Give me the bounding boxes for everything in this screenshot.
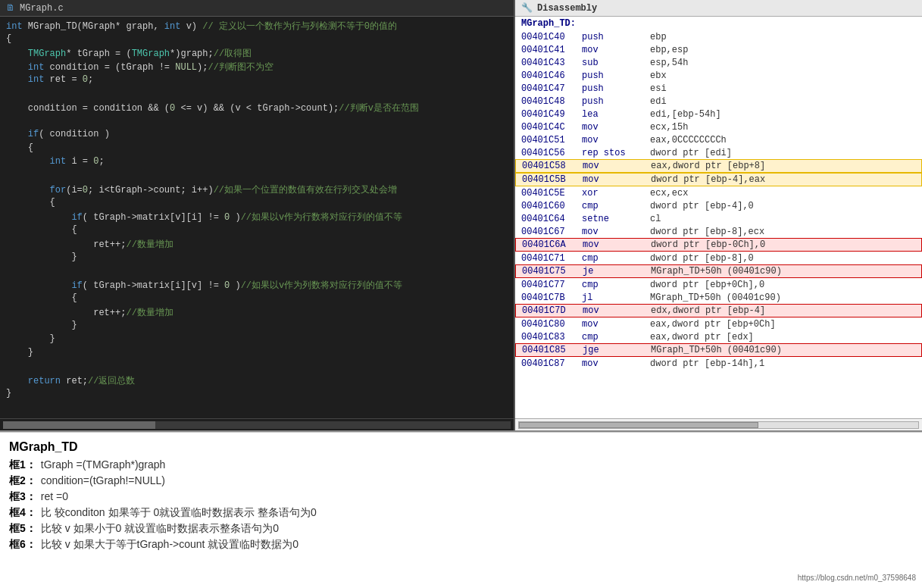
- annotation-label-5: 框5：: [9, 522, 36, 536]
- code-line: }: [0, 347, 514, 361]
- disasm-row: 00401C40 push ebp: [515, 30, 922, 43]
- disasm-row: 00401C51 mov eax,0CCCCCCCCh: [515, 133, 922, 146]
- disasm-row: 00401C48 push edi: [515, 95, 922, 108]
- code-line: for(i=0; i<tGraph->count; i++)//如果一个位置的数…: [0, 183, 514, 197]
- code-line: }: [0, 333, 514, 347]
- code-line: {: [0, 33, 514, 47]
- annotation-item-3: 框3： ret =0: [9, 490, 913, 504]
- disasm-row-highlighted-yellow: 00401C58 mov eax,dword ptr [ebp+8]: [515, 159, 922, 173]
- code-line: {: [0, 224, 514, 238]
- disasm-row-highlighted-red: 00401C7D mov edx,dword ptr [ebp-4]: [515, 304, 922, 317]
- top-panel: 🗎 MGraph.c int MGraph_TD(MGraph* graph, …: [0, 0, 922, 432]
- annotation-label-2: 框2：: [9, 474, 36, 488]
- code-line: [0, 265, 514, 279]
- code-line: return ret;//返回总数: [0, 374, 514, 388]
- code-line: }: [0, 252, 514, 265]
- disasm-row: 00401C49 lea edi,[ebp-54h]: [515, 108, 922, 120]
- code-line: [0, 88, 514, 102]
- annotation-item-5: 框5： 比较 v 如果小于0 就设置临时数据表示整条语句为0: [9, 522, 913, 536]
- code-line: [0, 361, 514, 374]
- code-line: [0, 115, 514, 129]
- disasm-row: 00401C60 cmp dword ptr [ebp-4],0: [515, 199, 922, 212]
- code-panel-header: 🗎 MGraph.c: [0, 0, 514, 17]
- annotation-text-2: condition=(tGraph!=NULL): [41, 474, 165, 486]
- watermark: https://blog.csdn.net/m0_37598648: [798, 574, 916, 582]
- disasm-row: 00401C43 sub esp,54h: [515, 56, 922, 69]
- annotation-label-4: 框4：: [9, 506, 36, 520]
- disasm-panel: 🔧 Disassembly MGraph_TD: 00401C40 push e…: [515, 0, 922, 430]
- code-line: int i = 0;: [0, 156, 514, 170]
- annotation-text-3: ret =0: [41, 490, 68, 502]
- code-line: ret++;//数量增加: [0, 238, 514, 252]
- code-panel-title: MGraph.c: [20, 3, 64, 14]
- annotation-label-1: 框1：: [9, 458, 36, 472]
- code-line: int MGraph_TD(MGraph* graph, int v) // 定…: [0, 20, 514, 33]
- disasm-row: 00401C41 mov ebp,esp: [515, 43, 922, 56]
- code-line: TMGraph* tGraph = (TMGraph*)graph;//取得图: [0, 47, 514, 61]
- annotation-title: MGraph_TD: [9, 440, 913, 454]
- code-scrollbar-thumb: [3, 421, 155, 429]
- code-content[interactable]: int MGraph_TD(MGraph* graph, int v) // 定…: [0, 17, 514, 418]
- annotation-text-5: 比较 v 如果小于0 就设置临时数据表示整条语句为0: [41, 522, 279, 536]
- main-container: 🗎 MGraph.c int MGraph_TD(MGraph* graph, …: [0, 0, 922, 588]
- code-line: if( tGraph->matrix[v][i] != 0 )//如果以v作为行…: [0, 211, 514, 224]
- disasm-header: 🔧 Disassembly: [515, 0, 922, 17]
- disasm-row: 00401C80 mov eax,dword ptr [ebp+0Ch]: [515, 317, 922, 330]
- disasm-scrollbar[interactable]: [515, 418, 922, 430]
- annotation-item-1: 框1： tGraph =(TMGraph*)graph: [9, 458, 913, 472]
- code-line: {: [0, 197, 514, 211]
- code-line: int ret = 0;: [0, 74, 514, 88]
- code-line: ret++;//数量增加: [0, 306, 514, 320]
- annotation-panel: MGraph_TD 框1： tGraph =(TMGraph*)graph 框2…: [0, 432, 922, 588]
- annotation-text-1: tGraph =(TMGraph*)graph: [41, 458, 166, 471]
- disasm-scrollbar-track: [518, 421, 919, 429]
- disasm-row-highlighted-red: 00401C6A mov dword ptr [ebp-0Ch],0: [515, 238, 922, 252]
- disasm-row: 00401C67 mov dword ptr [ebp-8],ecx: [515, 225, 922, 238]
- disasm-row: 00401C46 push ebx: [515, 69, 922, 82]
- annotation-text-6: 比较 v 如果大于等于tGraph->count 就设置临时数据为0: [41, 538, 298, 552]
- annotation-text-4: 比 较conditon 如果等于 0就设置临时数据表示 整条语句为0: [41, 506, 317, 520]
- disasm-content[interactable]: MGraph_TD: 00401C40 push ebp 00401C41 mo…: [515, 17, 922, 418]
- code-panel: 🗎 MGraph.c int MGraph_TD(MGraph* graph, …: [0, 0, 515, 430]
- code-line: }: [0, 388, 514, 402]
- disasm-row: 00401C64 setne cl: [515, 212, 922, 225]
- code-line: int condition = (tGraph != NULL);//判断图不为…: [0, 61, 514, 74]
- disasm-row: 00401C87 mov dword ptr [ebp-14h],1: [515, 357, 922, 370]
- disasm-row: 00401C77 cmp dword ptr [ebp+0Ch],0: [515, 278, 922, 291]
- disasm-row: 00401C71 cmp dword ptr [ebp-8],0: [515, 252, 922, 264]
- disasm-row: 00401C5E xor ecx,ecx: [515, 186, 922, 199]
- code-line: condition = condition && (0 <= v) && (v …: [0, 102, 514, 115]
- disasm-row: 00401C7B jl MGraph_TD+50h (00401c90): [515, 291, 922, 304]
- disasm-row: 00401C83 cmp eax,dword ptr [edx]: [515, 330, 922, 343]
- annotation-item-6: 框6： 比较 v 如果大于等于tGraph->count 就设置临时数据为0: [9, 538, 913, 552]
- disasm-row: 00401C47 push esi: [515, 82, 922, 95]
- annotation-item-2: 框2： condition=(tGraph!=NULL): [9, 474, 913, 488]
- disasm-row: 00401C56 rep stos dword ptr [edi]: [515, 146, 922, 159]
- code-scrollbar[interactable]: [0, 418, 514, 430]
- disasm-scrollbar-thumb: [519, 422, 758, 428]
- disasm-title: Disassembly: [537, 3, 597, 14]
- code-line: [0, 170, 514, 183]
- code-line: if( tGraph->matrix[i][v] != 0 )//如果以v作为列…: [0, 279, 514, 292]
- disasm-row-highlighted-red: 00401C85 jge MGraph_TD+50h (00401c90): [515, 343, 922, 357]
- annotation-label-6: 框6：: [9, 538, 36, 552]
- code-line: {: [0, 142, 514, 156]
- annotation-item-4: 框4： 比 较conditon 如果等于 0就设置临时数据表示 整条语句为0: [9, 506, 913, 520]
- code-line: {: [0, 292, 514, 306]
- disasm-row-highlighted-red: 00401C75 je MGraph_TD+50h (00401c90): [515, 264, 922, 278]
- annotation-label-3: 框3：: [9, 490, 36, 504]
- disasm-icon: 🔧: [521, 2, 533, 14]
- disasm-row: 00401C4C mov ecx,15h: [515, 120, 922, 133]
- code-scrollbar-track: [3, 421, 511, 429]
- disasm-section-label: MGraph_TD:: [515, 17, 922, 30]
- disasm-row-highlighted-yellow: 00401C5B mov dword ptr [ebp-4],eax: [515, 173, 922, 186]
- file-icon: 🗎: [6, 2, 15, 14]
- code-line: if( condition ): [0, 129, 514, 142]
- code-line: }: [0, 320, 514, 333]
